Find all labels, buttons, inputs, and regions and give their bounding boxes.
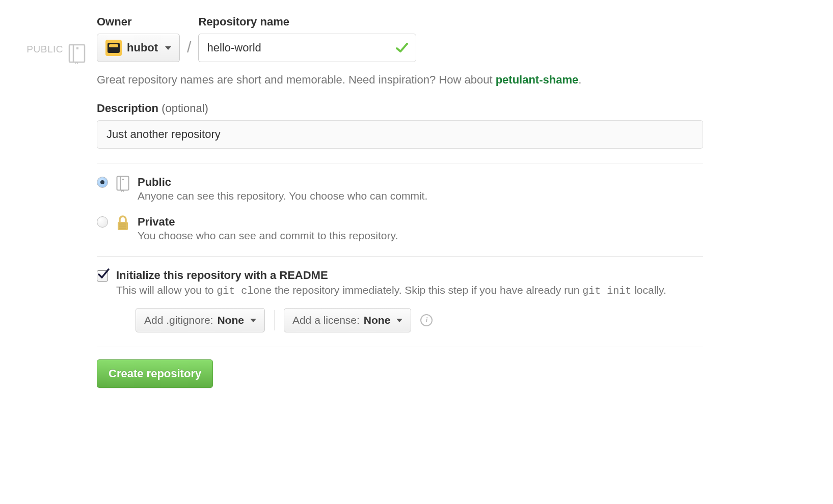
description-label: Description (optional) (97, 102, 703, 115)
caret-down-icon (165, 46, 171, 50)
divider (97, 163, 703, 163)
public-repo-icon (68, 44, 86, 64)
initialize-readme-title: Initialize this repository with a README (116, 269, 703, 282)
divider-vertical (274, 310, 275, 330)
owner-select[interactable]: hubot (97, 34, 180, 62)
name-hint: Great repository names are short and mem… (97, 73, 703, 87)
caret-down-icon (396, 319, 402, 322)
divider (97, 347, 703, 347)
visibility-sidebar-label: PUBLIC (26, 44, 63, 55)
owner-selected-name: hubot (127, 41, 158, 54)
valid-check-icon (396, 43, 408, 53)
public-repo-icon (115, 176, 130, 192)
visibility-public-radio[interactable] (97, 177, 108, 188)
repo-name-label: Repository name (198, 15, 416, 29)
svg-rect-3 (117, 177, 129, 190)
owner-avatar (105, 40, 122, 56)
svg-rect-5 (122, 179, 124, 180)
visibility-private-desc: You choose who can see and commit to thi… (138, 230, 703, 242)
visibility-private-radio[interactable] (97, 216, 108, 228)
visibility-public-title: Public (138, 176, 703, 189)
name-suggestion-link[interactable]: petulant-shame (496, 73, 579, 86)
license-select[interactable]: Add a license: None (284, 308, 411, 332)
create-repository-button[interactable]: Create repository (97, 359, 213, 388)
description-input[interactable] (97, 120, 703, 149)
initialize-readme-desc: This will allow you to git clone the rep… (116, 284, 703, 297)
divider (97, 256, 703, 257)
repo-name-input[interactable] (198, 34, 416, 62)
visibility-private-title: Private (138, 215, 703, 229)
svg-rect-2 (76, 47, 78, 49)
owner-name-separator: / (187, 39, 191, 62)
lock-icon (115, 215, 130, 231)
gitignore-select[interactable]: Add .gitignore: None (136, 308, 265, 332)
caret-down-icon (250, 319, 256, 322)
owner-label: Owner (97, 15, 180, 29)
license-info-icon[interactable]: i (420, 314, 433, 326)
visibility-public-desc: Anyone can see this repository. You choo… (138, 190, 703, 202)
initialize-readme-checkbox[interactable] (97, 270, 108, 282)
